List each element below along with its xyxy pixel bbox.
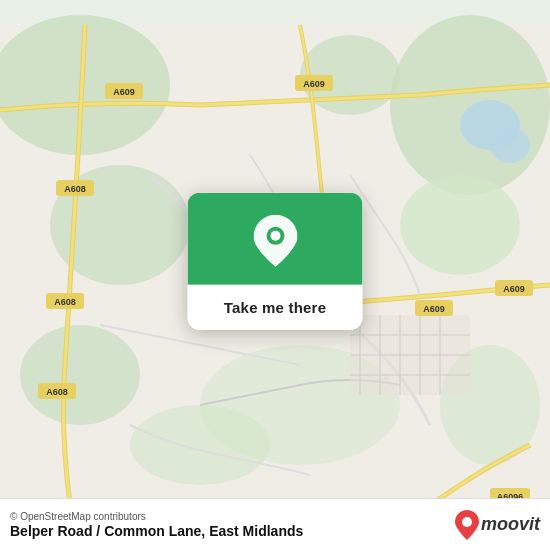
svg-text:A609: A609 — [423, 304, 445, 314]
overlay-card: Take me there — [188, 193, 363, 330]
map-container: A609 A608 A608 A608 A609 A609 A609 A6096 — [0, 0, 550, 550]
svg-point-2 — [390, 15, 550, 195]
svg-text:A609: A609 — [303, 79, 325, 89]
moovit-text: moovit — [481, 514, 540, 535]
bottom-left-info: © OpenStreetMap contributors Belper Road… — [10, 511, 303, 539]
svg-text:A609: A609 — [503, 284, 525, 294]
location-name: Belper Road / Common Lane, East Midlands — [10, 523, 303, 539]
svg-point-38 — [270, 231, 280, 241]
svg-text:A609: A609 — [113, 87, 135, 97]
svg-point-6 — [20, 325, 140, 425]
location-pin-icon — [253, 215, 297, 267]
take-me-there-button[interactable]: Take me there — [188, 285, 363, 330]
svg-point-39 — [462, 517, 472, 527]
moovit-pin-icon — [455, 510, 479, 540]
moovit-logo: moovit — [455, 510, 540, 540]
copyright-text: © OpenStreetMap contributors — [10, 511, 303, 522]
svg-text:A608: A608 — [54, 297, 76, 307]
svg-text:A608: A608 — [64, 184, 86, 194]
svg-point-7 — [130, 405, 270, 485]
svg-text:A608: A608 — [46, 387, 68, 397]
svg-point-3 — [400, 175, 520, 275]
svg-point-11 — [490, 127, 530, 163]
bottom-bar: © OpenStreetMap contributors Belper Road… — [0, 498, 550, 550]
overlay-green-header — [188, 193, 363, 285]
